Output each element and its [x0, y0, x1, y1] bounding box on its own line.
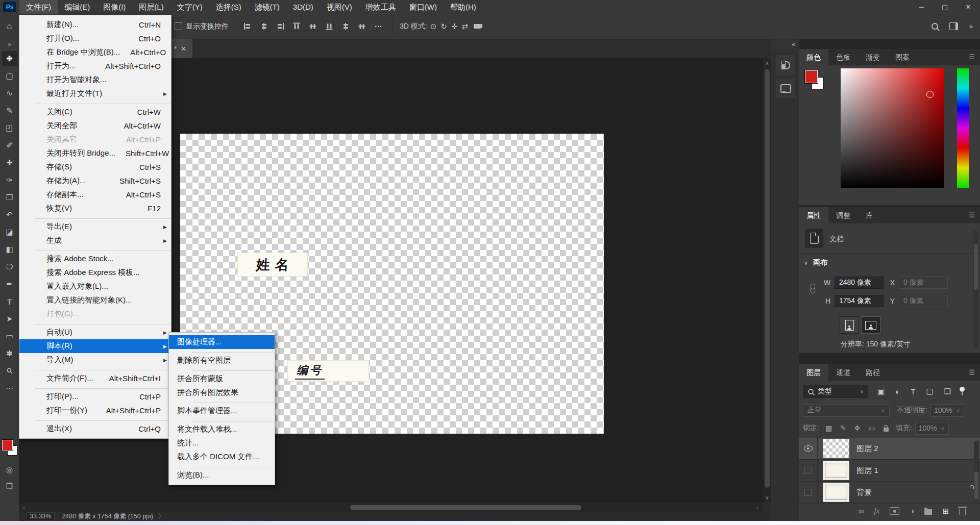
menu-item[interactable]: 拼合所有图层效果: [169, 386, 275, 399]
align-top-icon[interactable]: [293, 23, 300, 30]
dock-collapse-icon[interactable]: «: [771, 39, 799, 50]
3d-roll-icon[interactable]: ↻: [440, 22, 447, 31]
more-tools[interactable]: ⋯: [2, 381, 17, 396]
layer-style-icon[interactable]: fx: [874, 507, 880, 515]
menubar-item[interactable]: 图层(L): [132, 0, 170, 14]
layers-scrollbar[interactable]: [974, 441, 979, 502]
panel-color-swatches[interactable]: [805, 70, 826, 92]
marquee-tool[interactable]: ▢: [2, 68, 17, 84]
vertical-scrollbar[interactable]: ∧ ∨: [763, 58, 771, 503]
more-options-icon[interactable]: ···: [375, 22, 382, 31]
menu-item[interactable]: 文件简介(F)... Alt+Shift+Ctrl+I: [19, 371, 171, 385]
blend-mode-select[interactable]: 正常 ∨: [803, 404, 890, 417]
menu-item[interactable]: 删除所有空图层: [169, 354, 275, 367]
visibility-toggle[interactable]: [799, 460, 818, 481]
menu-item[interactable]: 打印(P)... Ctrl+P: [19, 390, 171, 404]
menu-item[interactable]: [19, 321, 171, 326]
toolbar-expand-icon[interactable]: »: [0, 41, 19, 48]
tab-close-icon[interactable]: ✕: [181, 45, 186, 53]
show-transform-checkbox[interactable]: [175, 22, 182, 30]
search-icon[interactable]: [932, 23, 938, 30]
new-group-icon[interactable]: [924, 509, 932, 515]
menu-item[interactable]: 置入嵌入对象(L)...: [19, 280, 171, 293]
menu-item[interactable]: 导入(M) ▶: [19, 353, 171, 367]
link-layers-icon[interactable]: ∞: [859, 507, 864, 515]
menu-item[interactable]: [169, 464, 275, 468]
menu-item[interactable]: 退出(X) Ctrl+Q: [19, 422, 171, 436]
screen-mode-icon[interactable]: ❒: [0, 482, 19, 491]
menubar-item[interactable]: 视图(V): [320, 0, 359, 14]
menubar-item[interactable]: 选择(S): [209, 0, 248, 14]
menu-item[interactable]: 拼合所有蒙版: [169, 372, 275, 386]
menu-item[interactable]: 统计...: [169, 436, 275, 450]
eyedropper-tool[interactable]: ✐: [2, 138, 17, 153]
menu-item[interactable]: 打开为智能对象...: [19, 73, 171, 87]
menu-item[interactable]: 自动(U) ▶: [19, 326, 171, 339]
filter-pixel-layers-icon[interactable]: ▣: [877, 387, 885, 396]
menu-item[interactable]: 脚本(R) ▶: [19, 339, 171, 353]
menu-item[interactable]: 图像处理器...: [169, 335, 275, 349]
delete-layer-icon[interactable]: [959, 509, 966, 515]
hand-tool[interactable]: ✽: [2, 346, 17, 361]
foreground-swatch[interactable]: [805, 70, 818, 83]
lock-position-icon[interactable]: ✥: [854, 424, 861, 432]
minimize-button[interactable]: ─: [910, 0, 933, 14]
menu-item[interactable]: [19, 247, 171, 252]
comments-panel-button[interactable]: [776, 79, 795, 98]
document-properties-button[interactable]: [805, 229, 823, 248]
menu-item[interactable]: [19, 367, 171, 371]
menu-item[interactable]: 打开为... Alt+Shift+Ctrl+O: [19, 59, 171, 73]
menu-item[interactable]: 置入链接的智能对象(K)...: [19, 293, 171, 307]
menu-item[interactable]: 存储副本... Alt+Ctrl+S: [19, 188, 171, 202]
panel-tab[interactable]: 调整: [828, 207, 858, 223]
crop-tool[interactable]: ◰: [2, 120, 17, 136]
color-field[interactable]: [841, 68, 944, 188]
scroll-up-icon[interactable]: ∧: [763, 60, 771, 66]
menubar-item[interactable]: 帮助(H): [444, 0, 483, 14]
foreground-background-swatches[interactable]: [2, 440, 17, 456]
foreground-color-swatch[interactable]: [2, 440, 13, 451]
maximize-button[interactable]: ▢: [933, 0, 957, 14]
layer-thumbnail[interactable]: [823, 439, 849, 458]
menu-item[interactable]: [19, 417, 171, 422]
type-tool[interactable]: T: [2, 294, 17, 309]
lasso-tool[interactable]: ∿: [2, 86, 17, 101]
new-adjustment-layer-icon[interactable]: ◑: [910, 507, 914, 515]
menu-item[interactable]: 关闭(C) Ctrl+W: [19, 105, 171, 119]
align-right-icon[interactable]: [277, 23, 284, 30]
align-center-h-icon[interactable]: [260, 23, 267, 30]
new-layer-icon[interactable]: ⊞: [942, 507, 949, 516]
panel-tab[interactable]: 图层: [799, 364, 828, 381]
panel-tab[interactable]: 路径: [858, 364, 888, 381]
opacity-field[interactable]: 100%∨: [930, 404, 964, 417]
fill-field[interactable]: 100%∨: [915, 422, 949, 435]
menubar-item[interactable]: 增效工具: [359, 0, 403, 14]
status-chevron-icon[interactable]: 〉: [158, 512, 165, 521]
menu-item[interactable]: 浏览(B)...: [169, 468, 275, 482]
panel-menu-icon[interactable]: ☰: [969, 207, 980, 223]
healing-brush-tool[interactable]: ✚: [2, 155, 17, 170]
blur-tool[interactable]: ❍: [2, 259, 17, 274]
brush-tool[interactable]: ✑: [2, 172, 17, 188]
move-tool[interactable]: ✥: [2, 51, 17, 66]
scroll-down-icon[interactable]: ∨: [763, 495, 771, 501]
menu-item[interactable]: 打开(O)... Ctrl+O: [19, 32, 171, 45]
pen-tool[interactable]: ✒: [2, 277, 17, 292]
filter-smart-objects-icon[interactable]: ❏: [944, 387, 951, 396]
menu-item[interactable]: 导出(E) ▶: [19, 220, 171, 234]
menu-item[interactable]: 关闭全部 Alt+Ctrl+W: [19, 119, 171, 133]
vertical-scroll-thumb[interactable]: [765, 69, 770, 488]
menu-item[interactable]: 将文件载入堆栈...: [169, 422, 275, 436]
menu-item[interactable]: 在 Bridge 中浏览(B)... Alt+Ctrl+O: [19, 45, 171, 59]
menu-item[interactable]: [169, 399, 275, 404]
menu-item[interactable]: 存储为(A)... Shift+Ctrl+S: [19, 174, 171, 188]
horizontal-scrollbar[interactable]: ‹ ›: [19, 503, 763, 512]
menu-item[interactable]: [169, 349, 275, 354]
align-left-icon[interactable]: [244, 23, 251, 30]
filter-toggle-pin-icon[interactable]: [959, 387, 965, 396]
width-field[interactable]: 2480 像素: [835, 277, 884, 289]
panel-tab[interactable]: 图案: [888, 49, 917, 65]
menu-item[interactable]: 新建(N)... Ctrl+N: [19, 18, 171, 32]
panel-tab[interactable]: 属性: [799, 207, 828, 223]
图层 1[interactable]: 图层 1: [799, 460, 980, 482]
